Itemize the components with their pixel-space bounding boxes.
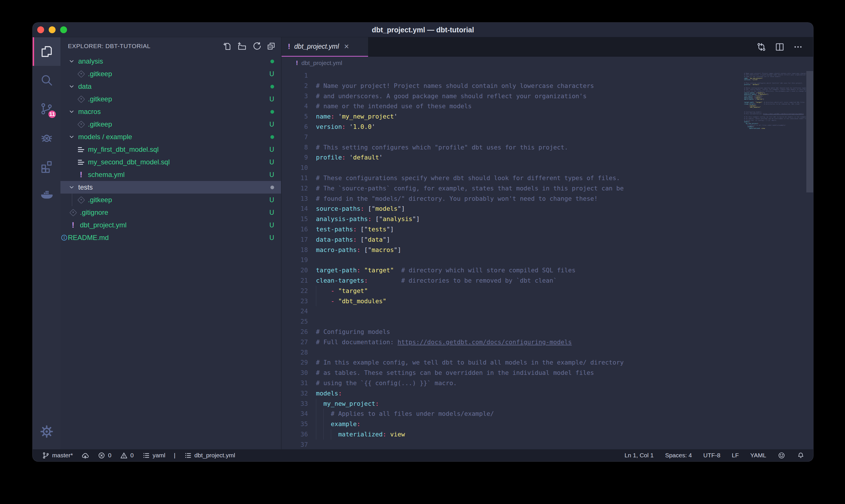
status-cursor-position[interactable]: Ln 1, Col 1 xyxy=(625,452,654,459)
split-editor-button[interactable] xyxy=(775,42,785,52)
tree-item-my-second-dbt-model-sql[interactable]: my_second_dbt_model.sqlU xyxy=(60,156,281,168)
code-line-30[interactable]: 30# as tables. These settings can be ove… xyxy=(282,368,813,378)
code-editor[interactable]: 12# Name your project! Project names sho… xyxy=(282,69,813,449)
line-number: 22 xyxy=(282,286,308,296)
code-line-18[interactable]: 18macro-paths: ["macros"] xyxy=(282,245,813,255)
code-text: - "dbt_modules" xyxy=(316,296,386,306)
tree-item-analysis[interactable]: analysis xyxy=(60,55,281,68)
status-indentation[interactable]: Spaces: 4 xyxy=(665,452,692,459)
code-text: materialized: view xyxy=(316,429,405,439)
tab-dbt-project-yml[interactable]: ! dbt_project.yml × xyxy=(282,37,368,57)
new-folder-button[interactable] xyxy=(237,41,247,51)
status-errors[interactable]: 0 xyxy=(98,452,111,459)
activity-manage[interactable] xyxy=(33,417,60,446)
code-line-10[interactable]: 10 xyxy=(282,163,813,173)
minimize-window-button[interactable] xyxy=(49,26,56,33)
status-encoding[interactable]: UTF-8 xyxy=(703,452,720,459)
code-line-2[interactable]: 2# Name your project! Project names shou… xyxy=(282,81,813,91)
code-line-28[interactable]: 28 xyxy=(282,347,813,358)
code-line-29[interactable]: 29# In this example config, we tell dbt … xyxy=(282,357,813,368)
code-line-36[interactable]: 36 materialized: view xyxy=(282,429,813,439)
new-file-button[interactable] xyxy=(222,41,232,51)
tree-item-my-first-dbt-model-sql[interactable]: my_first_dbt_model.sqlU xyxy=(60,143,281,156)
code-line-11[interactable]: 11# These configurations specify where d… xyxy=(282,173,813,183)
activity-extensions[interactable] xyxy=(33,152,60,180)
code-line-7[interactable]: 7 xyxy=(282,132,813,142)
tree-item-macros[interactable]: macros xyxy=(60,105,281,118)
tree-item-readme-md[interactable]: README.mdU xyxy=(60,231,281,244)
activity-explorer[interactable] xyxy=(33,37,60,66)
line-number: 32 xyxy=(282,388,308,399)
code-line-34[interactable]: 34 # Applies to all files under models/e… xyxy=(282,409,813,419)
tree-item--gitignore[interactable]: .gitignoreU xyxy=(60,206,281,219)
git-untracked-badge: U xyxy=(269,158,274,166)
status-git-branch-status[interactable]: master* xyxy=(42,452,73,459)
tree-item-schema-yml[interactable]: !schema.ymlU xyxy=(60,168,281,181)
code-line-22[interactable]: 22 - "target" xyxy=(282,286,813,296)
code-line-31[interactable]: 31# using the `{{ config(...) }}` macro. xyxy=(282,378,813,388)
code-text: profile: 'default' xyxy=(316,152,383,163)
status-feedback[interactable] xyxy=(778,452,786,459)
code-line-32[interactable]: 32models: xyxy=(282,388,813,399)
open-changes-button[interactable] xyxy=(756,42,766,52)
status-language-mode[interactable]: YAML xyxy=(750,452,766,459)
code-text: clean-targets: # directories to be remov… xyxy=(316,275,557,286)
activity-docker[interactable] xyxy=(33,180,60,209)
code-line-25[interactable]: 25 xyxy=(282,317,813,327)
code-line-35[interactable]: 35 example: xyxy=(282,419,813,429)
tree-item--gitkeep[interactable]: .gitkeepU xyxy=(60,68,281,80)
code-line-24[interactable]: 24 xyxy=(282,306,813,317)
tree-item--gitkeep[interactable]: .gitkeepU xyxy=(60,93,281,105)
code-line-17[interactable]: 17data-paths: ["data"] xyxy=(282,235,813,245)
tree-item-tests[interactable]: tests xyxy=(60,181,281,194)
status-publish-changes[interactable] xyxy=(82,452,89,459)
code-line-19[interactable]: 19 xyxy=(282,255,813,265)
more-actions-button[interactable] xyxy=(793,42,803,52)
tree-item--gitkeep[interactable]: .gitkeepU xyxy=(60,118,281,130)
code-line-12[interactable]: 12# The `source-paths` config, for examp… xyxy=(282,183,813,194)
minimap[interactable]: # Name your project! Project names shoul… xyxy=(744,71,806,131)
title-bar[interactable]: dbt_project.yml — dbt-tutorial xyxy=(33,23,813,37)
zoom-window-button[interactable] xyxy=(60,26,67,33)
refresh-explorer-button[interactable] xyxy=(252,41,261,51)
code-line-14[interactable]: 14source-paths: ["models"] xyxy=(282,204,813,214)
status-bar: master*00yaml|dbt_project.yml Ln 1, Col … xyxy=(33,449,813,461)
breadcrumb[interactable]: ! dbt_project.yml xyxy=(282,57,813,69)
close-window-button[interactable] xyxy=(37,26,44,33)
status-warnings[interactable]: 0 xyxy=(120,452,134,459)
tree-item-data[interactable]: data xyxy=(60,80,281,93)
activity-search[interactable] xyxy=(33,66,60,94)
code-line-23[interactable]: 23 - "dbt_modules" xyxy=(282,296,813,306)
editor-scrollbar[interactable] xyxy=(806,71,813,193)
code-line-3[interactable]: 3# and underscores. A good package name … xyxy=(282,91,813,101)
tree-item-models-example[interactable]: models / example xyxy=(60,130,281,143)
activity-source-control[interactable]: 11 xyxy=(33,94,60,123)
code-line-15[interactable]: 15analysis-paths: ["analysis"] xyxy=(282,214,813,224)
code-line-5[interactable]: 5name: 'my_new_project' xyxy=(282,111,813,122)
code-line-33[interactable]: 33 my_new_project: xyxy=(282,399,813,409)
code-line-9[interactable]: 9profile: 'default' xyxy=(282,152,813,163)
breadcrumb-file[interactable]: dbt_project.yml xyxy=(301,59,342,67)
collapse-folders-button[interactable] xyxy=(266,41,276,51)
code-line-20[interactable]: 20target-path: "target" # directory whic… xyxy=(282,265,813,275)
code-line-27[interactable]: 27# Full documentation: https://docs.get… xyxy=(282,337,813,347)
status-end-of-line[interactable]: LF xyxy=(732,452,739,459)
code-line-6[interactable]: 6version: '1.0.0' xyxy=(282,122,813,132)
line-number: 15 xyxy=(282,214,308,224)
code-line-21[interactable]: 21clean-targets: # directories to be rem… xyxy=(282,275,813,286)
code-line-8[interactable]: 8# This setting configures which "profil… xyxy=(282,142,813,152)
code-line-1[interactable]: 1 xyxy=(282,70,813,81)
code-line-26[interactable]: 26# Configuring models xyxy=(282,327,813,337)
tree-item--gitkeep[interactable]: .gitkeepU xyxy=(60,194,281,206)
tree-item-label: .gitkeep xyxy=(88,196,112,204)
code-line-13[interactable]: 13# found in the "models/" directory. Yo… xyxy=(282,194,813,204)
close-tab-icon[interactable]: × xyxy=(344,42,349,51)
code-line-16[interactable]: 16test-paths: ["tests"] xyxy=(282,224,813,235)
activity-run-and-debug[interactable] xyxy=(33,123,60,152)
code-line-37[interactable]: 37 xyxy=(282,439,813,449)
status-file-problems[interactable]: dbt_project.yml xyxy=(184,452,235,459)
status-yaml-problems[interactable]: yaml xyxy=(142,452,165,459)
status-notifications[interactable] xyxy=(797,452,805,459)
tree-item-dbt-project-yml[interactable]: !dbt_project.ymlU xyxy=(60,219,281,231)
code-line-4[interactable]: 4# name or the intended use of these mod… xyxy=(282,101,813,111)
